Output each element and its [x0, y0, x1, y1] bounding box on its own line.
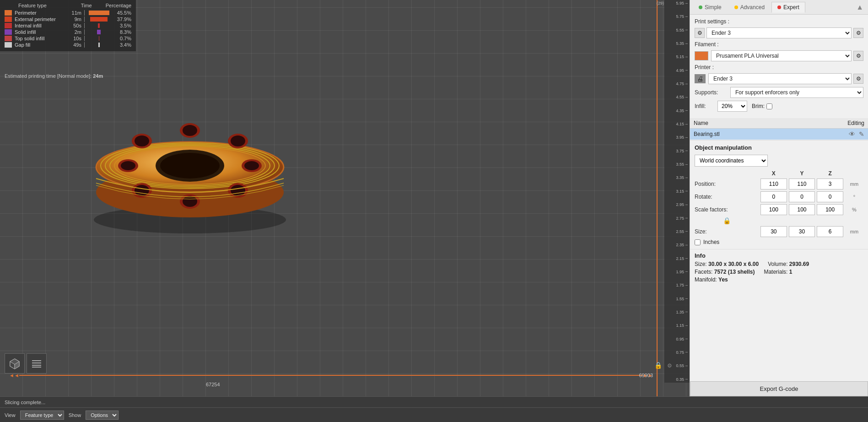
position-z[interactable] [817, 179, 843, 189]
size-y[interactable] [789, 226, 815, 237]
scale-x[interactable] [760, 204, 787, 215]
tab-advanced[interactable]: Advanced [728, 2, 771, 13]
manip-y-header: Y [789, 170, 815, 177]
legend-row: Perimeter 11m 45.5% [5, 10, 131, 16]
object-table: Name Editing Bearing.stl 👁 ✎ [690, 118, 868, 140]
table-row[interactable]: Bearing.stl 👁 ✎ [690, 129, 868, 140]
legend-row: Solid infill 2m 8.3% [5, 29, 131, 35]
filament-select[interactable]: Prusament PLA Universal [711, 50, 852, 61]
info-title: Info [695, 252, 863, 259]
filament-edit-icon[interactable]: ⚙ [853, 51, 863, 61]
view-select[interactable]: Feature type [20, 411, 64, 420]
info-section: Info Size: 30.00 x 30.00 x 6.00 Volume: … [690, 249, 868, 286]
ruler-mark: 5.75 [664, 14, 688, 19]
print-settings-gear-icon[interactable]: ⚙ [695, 28, 705, 38]
rotate-z[interactable] [817, 191, 843, 202]
ruler-mark: 4.95 [664, 68, 688, 73]
ruler-mark: 5.35 [664, 41, 688, 46]
ruler-mark: 4.35 [664, 108, 688, 113]
legend-col-time: Time [81, 3, 92, 8]
info-materials-label: Materials: [764, 269, 787, 275]
print-settings-section: Print settings : ⚙ Ender 3 ⚙ Filament : … [690, 15, 868, 118]
print-settings-select[interactable]: Ender 3 [706, 27, 852, 38]
panel-expand-icon[interactable]: ▲ [854, 3, 865, 11]
export-gcode-button[interactable]: Export G-code [690, 381, 868, 396]
legend-row: Internal infill 50s 3.5% [5, 23, 131, 28]
ruler-mark: 2.55 [664, 229, 688, 234]
object-manipulation: Object manipulation World coordinates X … [690, 140, 868, 249]
obj-eye-icon[interactable]: 👁 [849, 130, 855, 138]
print-settings-edit-icon[interactable]: ⚙ [853, 28, 863, 38]
ruler-mark: 1.75 [664, 283, 688, 287]
vertical-axis [657, 0, 658, 396]
rotate-unit: ° [845, 194, 863, 200]
lock-icon[interactable]: 🔒 [654, 362, 662, 369]
info-volume-label: Volume: [768, 261, 787, 267]
ruler-mark: 2.75 [664, 216, 688, 221]
size-x[interactable] [760, 226, 787, 237]
inches-label: Inches [703, 239, 719, 245]
scale-lock-icon[interactable]: 🔒 [695, 217, 759, 224]
ruler-mark: 1.15 [664, 323, 688, 328]
print-settings-label: Print settings : [695, 18, 731, 25]
position-unit: mm [845, 181, 863, 187]
obj-edit-icon[interactable]: ✎ [859, 130, 864, 138]
feature-legend: Feature type Time Percentage Perimeter 1… [0, 0, 136, 51]
svg-point-11 [231, 135, 245, 146]
ruler-mark: 0.35 [664, 377, 688, 382]
scale-unit: % [845, 207, 863, 212]
tab-advanced-label: Advanced [740, 4, 765, 11]
viewport[interactable]: Feature type Time Percentage Perimeter 1… [0, 0, 690, 396]
slicing-status-text: Slicing complete... [5, 400, 45, 405]
tab-simple-dot [699, 5, 702, 9]
layers-view-icon[interactable] [27, 353, 47, 373]
ruler-mark: 3.95 [664, 135, 688, 140]
ruler-mark: 0.75 [664, 350, 688, 355]
rotate-y[interactable] [789, 191, 815, 202]
show-select[interactable]: Options [86, 411, 119, 420]
scale-y[interactable] [789, 204, 815, 215]
supports-select[interactable]: For support enforcers only [730, 87, 863, 98]
cube-view-icon[interactable] [5, 353, 25, 373]
printer-icon: 🖨 [695, 74, 706, 83]
brim-checkbox[interactable] [766, 103, 772, 109]
inches-checkbox[interactable] [695, 239, 701, 245]
arrow-left-value: 67254 [206, 382, 220, 387]
rotate-x[interactable] [760, 191, 787, 202]
ruler-mark: 1.35 [664, 310, 688, 314]
position-label: Position: [695, 181, 759, 187]
printer-label: Printer : [695, 64, 731, 70]
tab-simple[interactable]: Simple [693, 2, 728, 13]
tab-bar: Simple Advanced Expert ▲ [690, 0, 868, 15]
printer-edit-icon[interactable]: ⚙ [853, 74, 863, 84]
obj-actions: 👁 ✎ [793, 129, 868, 140]
printer-select[interactable]: Ender 3 [708, 73, 852, 84]
legend-row: Gap fill 49s 3.4% [5, 42, 131, 48]
tab-expert[interactable]: Expert [771, 2, 805, 13]
tab-advanced-dot [734, 5, 738, 9]
ruler-mark: 3.55 [664, 162, 688, 167]
info-size-label: Size: [695, 261, 707, 267]
ruler-top-label: (29) [657, 1, 664, 5]
legend-col-pct: Percentage [106, 3, 131, 8]
info-volume-value: 2930.69 [789, 261, 809, 267]
coord-dropdown[interactable]: World coordinates [695, 155, 768, 167]
manip-z-header: Z [817, 170, 843, 177]
tab-expert-label: Expert [783, 4, 799, 11]
position-x[interactable] [760, 179, 787, 189]
infill-select[interactable]: 20% [717, 101, 747, 112]
size-z[interactable] [817, 226, 843, 237]
position-y[interactable] [789, 179, 815, 189]
rotate-label: Rotate: [695, 194, 759, 200]
ruler-mark: 2.35 [664, 243, 688, 247]
svg-point-21 [121, 161, 135, 170]
settings-icon-viewport[interactable]: ⚙ [667, 362, 672, 369]
scale-z[interactable] [817, 204, 843, 215]
supports-label: Supports: [695, 89, 728, 96]
info-materials-value: 1 [789, 269, 793, 275]
infill-label: Infill: [695, 103, 713, 109]
manip-x-header: X [760, 170, 787, 177]
svg-point-13 [244, 161, 259, 170]
ruler-mark: 4.55 [664, 95, 688, 99]
size-label: Size: [695, 228, 759, 235]
